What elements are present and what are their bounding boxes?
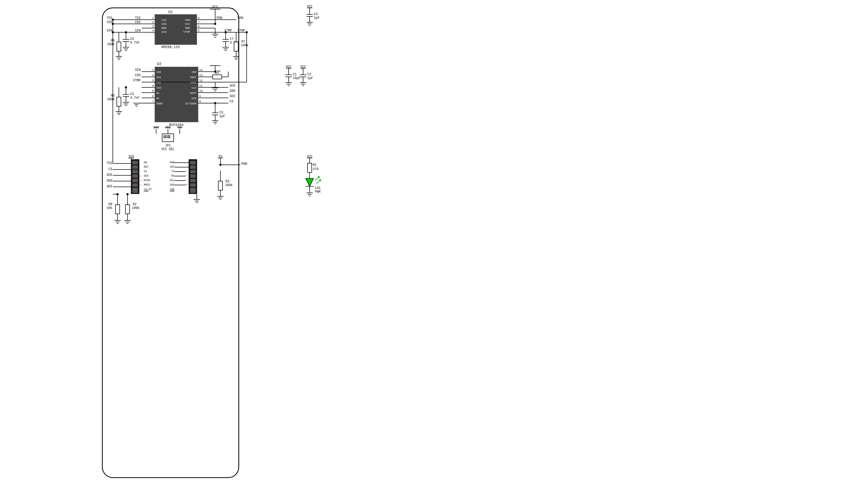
- svg-text:R3: R3: [226, 180, 229, 183]
- svg-text:4.7nF: 4.7nF: [130, 96, 140, 100]
- svg-rect-129: [213, 75, 222, 79]
- svg-text:4: 4: [152, 29, 154, 32]
- svg-text:PWM: PWM: [170, 161, 175, 164]
- svg-text:1μF: 1μF: [307, 77, 313, 80]
- svg-text:CS/SHDN: CS/SHDN: [185, 102, 196, 105]
- svg-text:14: 14: [199, 68, 203, 72]
- svg-rect-328: [308, 163, 312, 173]
- svg-text:COS: COS: [135, 21, 141, 24]
- svg-text:100k: 100k: [107, 42, 115, 46]
- svg-text:PDN: PDN: [238, 16, 243, 20]
- svg-text:CLK: CLK: [191, 87, 196, 90]
- svg-text:4: 4: [152, 84, 154, 87]
- svg-text:100: 100: [215, 70, 220, 73]
- svg-text:2: 2: [152, 21, 154, 24]
- svg-text:5V: 5V: [178, 126, 182, 130]
- svg-text:TCE: TCE: [106, 16, 112, 20]
- svg-text:CH2: CH2: [156, 81, 161, 84]
- svg-text:C5: C5: [130, 92, 134, 96]
- svg-text:C3: C3: [219, 111, 223, 114]
- svg-text:←: ←: [140, 174, 142, 178]
- svg-rect-291: [190, 179, 195, 182]
- svg-text:SDO: SDO: [106, 179, 112, 183]
- svg-text:VTMP: VTMP: [183, 30, 190, 34]
- svg-rect-240: [133, 170, 137, 173]
- svg-text:GND: GND: [185, 27, 190, 30]
- svg-text:4.7nF: 4.7nF: [130, 41, 140, 44]
- svg-text:SCL: SCL: [170, 179, 175, 182]
- svg-text:C4: C4: [314, 12, 317, 16]
- svg-text:→: →: [140, 178, 142, 183]
- svg-text:SIN: SIN: [161, 30, 166, 34]
- svg-point-153: [214, 102, 216, 104]
- svg-text:CS: CS: [108, 168, 112, 171]
- svg-point-353: [112, 19, 114, 21]
- svg-text:JP1: JP1: [165, 144, 171, 148]
- svg-text:C7: C7: [230, 37, 234, 41]
- svg-text:PWR: PWR: [315, 190, 321, 194]
- u1-label: U1: [168, 10, 173, 14]
- svg-text:9: 9: [199, 95, 201, 98]
- svg-text:COS: COS: [106, 21, 112, 24]
- svg-text:TCE: TCE: [135, 16, 141, 20]
- svg-rect-314: [218, 181, 222, 190]
- svg-text:TCE: TCE: [106, 161, 112, 165]
- svg-text:VTMP: VTMP: [133, 79, 141, 82]
- svg-text:NC: NC: [156, 97, 159, 100]
- svg-text:R7: R7: [241, 40, 245, 43]
- svg-text:←: ←: [140, 183, 142, 187]
- svg-text:C1: C1: [293, 73, 297, 77]
- svg-text:5: 5: [152, 90, 154, 93]
- svg-point-67: [225, 31, 227, 33]
- svg-text:CS: CS: [229, 100, 233, 103]
- svg-text:100k: 100k: [225, 183, 233, 187]
- svg-text:R2: R2: [133, 203, 136, 206]
- svg-text:1: 1: [152, 17, 154, 20]
- svg-text:PDN: PDN: [241, 162, 247, 166]
- svg-text:SDO: SDO: [229, 89, 236, 93]
- svg-text:CH1: CH1: [156, 76, 161, 79]
- svg-text:2: 2: [152, 74, 154, 77]
- svg-rect-290: [190, 175, 195, 177]
- svg-text:VREF: VREF: [190, 76, 196, 79]
- svg-text:VCC: VCC: [212, 5, 218, 9]
- svg-text:CS: CS: [144, 170, 147, 173]
- svg-text:100k: 100k: [132, 206, 140, 210]
- svg-rect-243: [133, 184, 137, 186]
- svg-rect-242: [133, 179, 137, 182]
- svg-rect-239: [133, 166, 137, 169]
- svg-text:100k: 100k: [241, 43, 248, 47]
- svg-point-351: [246, 31, 248, 33]
- svg-rect-191: [167, 135, 170, 138]
- svg-text:GND: GND: [161, 27, 166, 30]
- svg-rect-289: [190, 170, 195, 173]
- svg-rect-245: [133, 190, 137, 193]
- svg-rect-294: [190, 190, 195, 193]
- svg-text:R1: R1: [313, 163, 316, 167]
- svg-text:VCC: VCC: [165, 126, 171, 130]
- svg-text:DGND: DGND: [156, 102, 163, 105]
- u2-label: U2: [157, 62, 161, 66]
- svg-text:1μF: 1μF: [314, 16, 319, 20]
- svg-rect-271: [125, 205, 130, 214]
- svg-rect-238: [133, 161, 137, 164]
- svg-text:SCK: SCK: [144, 175, 149, 177]
- svg-text:SIN: SIN: [106, 29, 112, 33]
- svg-text:AN: AN: [144, 161, 147, 164]
- svg-text:TCE: TCE: [161, 19, 166, 22]
- svg-rect-2: [155, 14, 197, 44]
- svg-text:C2: C2: [307, 73, 311, 77]
- svg-text:7: 7: [152, 100, 154, 103]
- svg-text:VCC: VCC: [185, 23, 190, 26]
- svg-text:GND: GND: [170, 190, 175, 193]
- svg-rect-0: [0, 0, 868, 486]
- svg-rect-287: [190, 161, 195, 164]
- svg-text:PDN: PDN: [216, 16, 222, 20]
- svg-text:3V3: 3V3: [153, 126, 159, 130]
- svg-text:SCK: SCK: [229, 84, 236, 88]
- svg-text:PDN: PDN: [185, 19, 190, 22]
- svg-text:SDI: SDI: [106, 185, 112, 188]
- svg-text:←: ←: [185, 178, 188, 182]
- svg-text:SCK: SCK: [106, 173, 112, 177]
- svg-text:13: 13: [199, 74, 203, 77]
